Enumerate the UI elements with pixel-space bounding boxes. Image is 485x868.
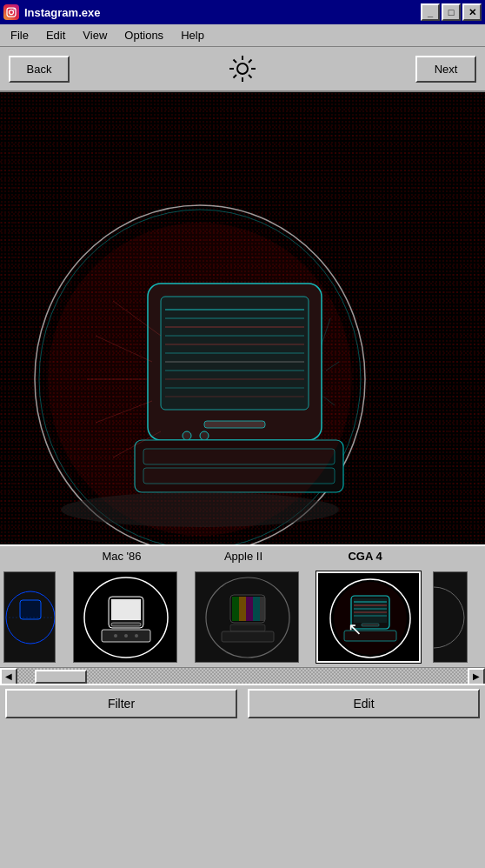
toolbar: Back Next — [0, 47, 485, 92]
svg-rect-132 — [434, 572, 468, 663]
svg-rect-99 — [20, 600, 41, 619]
svg-rect-116 — [253, 597, 260, 621]
filter-label-mac86: Mac '86 — [61, 550, 183, 565]
window-title: Instagram.exe — [24, 6, 415, 19]
filter-thumb-mac86[interactable] — [73, 571, 177, 663]
svg-rect-113 — [232, 597, 239, 621]
menu-bar: File Edit View Options Help — [0, 24, 485, 47]
cga-image — [0, 92, 485, 544]
filter-labels-row: Mac '86 Apple II CGA 4 — [0, 546, 485, 567]
filter-button[interactable]: Filter — [5, 689, 237, 718]
maximize-button[interactable]: □ — [442, 3, 461, 21]
scroll-right-button[interactable]: ▶ — [468, 668, 485, 684]
filter-strip: Mac '86 Apple II CGA 4 — [0, 544, 485, 684]
svg-point-131 — [334, 582, 407, 655]
svg-point-2 — [13, 9, 15, 10]
svg-point-109 — [135, 634, 138, 638]
main-image-area — [0, 92, 485, 544]
edit-button[interactable]: Edit — [248, 689, 480, 718]
brightness-icon[interactable] — [228, 54, 257, 83]
minimize-button[interactable]: _ — [421, 3, 440, 21]
svg-line-11 — [234, 75, 237, 78]
menu-view[interactable]: View — [77, 27, 112, 43]
menu-options[interactable]: Options — [119, 27, 169, 43]
bottom-bar: Filter Edit — [0, 684, 485, 722]
filter-label-apple2: Apple II — [183, 550, 304, 565]
svg-line-10 — [249, 60, 252, 63]
menu-help[interactable]: Help — [176, 27, 209, 43]
filter-thumbnails-row: ↖ — [0, 567, 485, 667]
svg-rect-118 — [230, 624, 265, 631]
scroll-left-button[interactable]: ◀ — [0, 668, 17, 684]
next-button[interactable]: Next — [415, 56, 476, 83]
filter-thumb-cga4[interactable]: ↖ — [316, 571, 421, 663]
svg-rect-114 — [239, 597, 246, 621]
svg-rect-105 — [111, 623, 141, 626]
back-button[interactable]: Back — [9, 56, 70, 83]
svg-line-9 — [249, 75, 252, 78]
menu-file[interactable]: File — [5, 27, 34, 43]
close-button[interactable]: ✕ — [462, 3, 482, 21]
svg-point-1 — [10, 10, 14, 15]
svg-rect-117 — [260, 597, 265, 621]
scroll-track[interactable] — [17, 668, 468, 684]
svg-point-3 — [237, 63, 248, 74]
menu-edit[interactable]: Edit — [41, 27, 70, 43]
svg-rect-115 — [246, 597, 253, 621]
filter-thumb-partial-left[interactable] — [3, 571, 56, 663]
filter-thumb-apple2[interactable] — [195, 571, 299, 663]
svg-rect-119 — [222, 631, 274, 642]
filter-thumb-partial-right[interactable] — [433, 571, 468, 663]
title-bar: Instagram.exe _ □ ✕ — [0, 0, 485, 24]
svg-line-8 — [234, 60, 237, 63]
svg-point-96 — [61, 492, 339, 527]
horizontal-scrollbar: ◀ ▶ — [0, 667, 485, 684]
window-controls: _ □ ✕ — [421, 3, 482, 21]
scroll-thumb[interactable] — [35, 670, 87, 684]
svg-point-107 — [114, 634, 117, 638]
app-icon — [3, 4, 19, 20]
filter-label-cga4: CGA 4 — [304, 550, 426, 565]
svg-rect-104 — [111, 599, 141, 620]
svg-point-108 — [124, 634, 128, 638]
